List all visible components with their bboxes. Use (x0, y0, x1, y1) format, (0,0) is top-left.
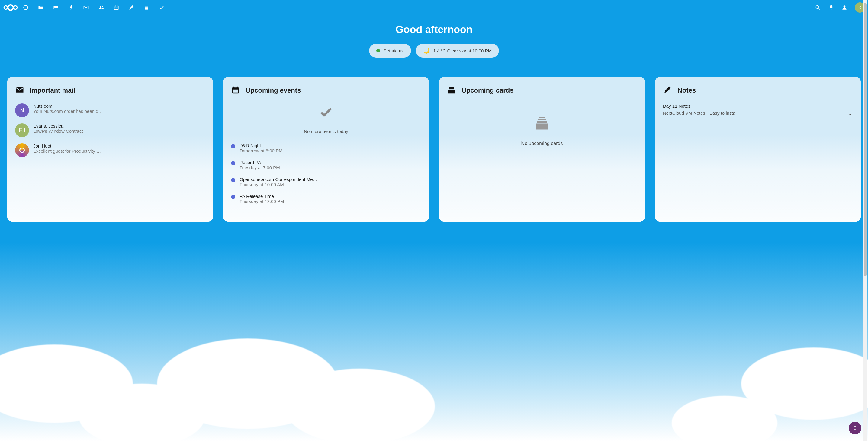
mail-sender: Nuts.com (33, 103, 103, 109)
note-item[interactable]: Day 11 Notes (663, 103, 853, 109)
search-icon[interactable] (815, 0, 821, 15)
svg-point-1 (8, 5, 13, 10)
event-item[interactable]: PA Release TimeThursday at 12:00 PM (231, 194, 421, 204)
mail-subject: Excellent guest for Productivity … (33, 148, 101, 154)
event-dot-icon (231, 144, 235, 148)
widget-important-mail: Important mail NNuts.comYour Nuts.com or… (7, 77, 213, 222)
svg-point-5 (54, 7, 55, 7)
weather-chip[interactable]: 🌙 1.4 °C Clear sky at 10:00 PM (416, 44, 499, 58)
notes-widget-icon (663, 86, 672, 96)
widget-upcoming-events: Upcoming events No more events today D&D… (223, 77, 429, 222)
activity-icon[interactable] (63, 0, 79, 15)
svg-point-7 (102, 6, 103, 7)
status-dot-icon (376, 49, 380, 53)
dashboard-icon[interactable] (18, 0, 33, 15)
svg-rect-24 (448, 90, 455, 93)
floating-badge[interactable]: 0 (849, 422, 861, 434)
event-time: Tuesday at 7:00 PM (240, 165, 280, 170)
event-item[interactable]: Record PATuesday at 7:00 PM (231, 160, 421, 170)
svg-rect-23 (233, 90, 238, 93)
event-item[interactable]: Opensource.com Correspondent Me…Thursday… (231, 177, 421, 187)
top-nav: K (0, 0, 868, 15)
svg-rect-22 (237, 87, 238, 89)
svg-line-16 (819, 8, 820, 10)
svg-point-2 (13, 6, 17, 9)
mail-subject: Lowe's Window Contract (33, 129, 83, 134)
svg-rect-29 (538, 118, 546, 120)
event-time: Thursday at 10:00 AM (240, 182, 317, 187)
events-empty-state: No more events today (231, 103, 421, 134)
background-clouds (0, 199, 868, 441)
cards-empty-state: No upcoming cards (447, 114, 637, 146)
notes-icon[interactable] (124, 0, 139, 15)
mail-avatar (15, 143, 29, 157)
event-title: Record PA (240, 160, 280, 165)
deck-widget-icon (447, 86, 456, 96)
svg-point-15 (816, 5, 819, 8)
note-ellipsis: … (848, 110, 853, 115)
note-title: NextCloud VM Notes (663, 110, 705, 115)
scrollbar[interactable] (863, 0, 867, 441)
check-icon (318, 103, 335, 121)
weather-label: 1.4 °C Clear sky at 10:00 PM (433, 48, 492, 54)
photos-icon[interactable] (48, 0, 63, 15)
set-status-label: Set status (383, 48, 404, 54)
svg-rect-30 (539, 117, 545, 118)
svg-point-0 (4, 6, 7, 9)
notifications-icon[interactable] (828, 0, 834, 15)
deck-icon[interactable] (139, 0, 154, 15)
tasks-icon[interactable] (154, 0, 169, 15)
mail-icon[interactable] (79, 0, 94, 15)
files-icon[interactable] (33, 0, 48, 15)
calendar-icon[interactable] (109, 0, 124, 15)
svg-rect-12 (145, 7, 148, 9)
scrollbar-thumb[interactable] (864, 3, 867, 276)
event-title: Opensource.com Correspondent Me… (240, 177, 317, 182)
calendar-widget-icon (231, 86, 240, 96)
svg-rect-26 (450, 87, 454, 88)
widgets-row: Important mail NNuts.comYour Nuts.com or… (0, 77, 868, 222)
event-dot-icon (231, 161, 235, 165)
event-dot-icon (231, 195, 235, 199)
svg-rect-27 (536, 124, 548, 130)
note-item[interactable]: NextCloud VM Notes Easy to install … (663, 110, 853, 115)
contacts-menu-icon[interactable] (841, 0, 847, 15)
set-status-chip[interactable]: Set status (369, 44, 411, 58)
deck-empty-icon (533, 114, 551, 132)
svg-rect-28 (537, 121, 547, 123)
contacts-icon[interactable] (94, 0, 109, 15)
svg-rect-14 (145, 6, 148, 6)
widget-notes: Notes Day 11 Notes NextCloud VM Notes Ea… (655, 77, 861, 222)
greeting-text: Good afternoon (0, 24, 868, 35)
mail-subject: Your Nuts.com order has been d… (33, 109, 103, 114)
mail-avatar: N (15, 103, 29, 117)
svg-rect-20 (232, 88, 239, 89)
nextcloud-logo-icon[interactable] (3, 0, 18, 15)
events-widget-title: Upcoming events (246, 87, 301, 94)
dashboard-header: Good afternoon Set status 🌙 1.4 °C Clear… (0, 24, 868, 58)
svg-rect-25 (449, 89, 454, 89)
mail-avatar: EJ (15, 123, 29, 137)
weather-moon-icon: 🌙 (423, 47, 430, 54)
cards-empty-text: No upcoming cards (447, 141, 637, 146)
note-excerpt: Easy to install (709, 110, 738, 115)
mail-widget-title: Important mail (30, 87, 75, 94)
svg-point-17 (843, 5, 846, 7)
mail-item[interactable]: NNuts.comYour Nuts.com order has been d… (15, 103, 205, 117)
event-dot-icon (231, 178, 235, 182)
event-time: Tomorrow at 8:00 PM (240, 148, 283, 153)
notes-widget-title: Notes (677, 87, 696, 94)
widget-upcoming-cards: Upcoming cards No upcoming cards (439, 77, 645, 222)
event-title: D&D Night (240, 143, 283, 148)
svg-point-3 (24, 5, 28, 9)
mail-item[interactable]: Jon HuotExcellent guest for Productivity… (15, 143, 205, 157)
svg-rect-13 (145, 7, 148, 7)
svg-rect-21 (234, 87, 235, 89)
event-item[interactable]: D&D NightTomorrow at 8:00 PM (231, 143, 421, 153)
cards-widget-title: Upcoming cards (462, 87, 514, 94)
event-time: Thursday at 12:00 PM (240, 199, 284, 204)
mail-sender: Evans, Jessica (33, 123, 83, 129)
event-title: PA Release Time (240, 194, 284, 199)
mail-item[interactable]: EJEvans, JessicaLowe's Window Contract (15, 123, 205, 137)
svg-rect-8 (114, 6, 118, 10)
